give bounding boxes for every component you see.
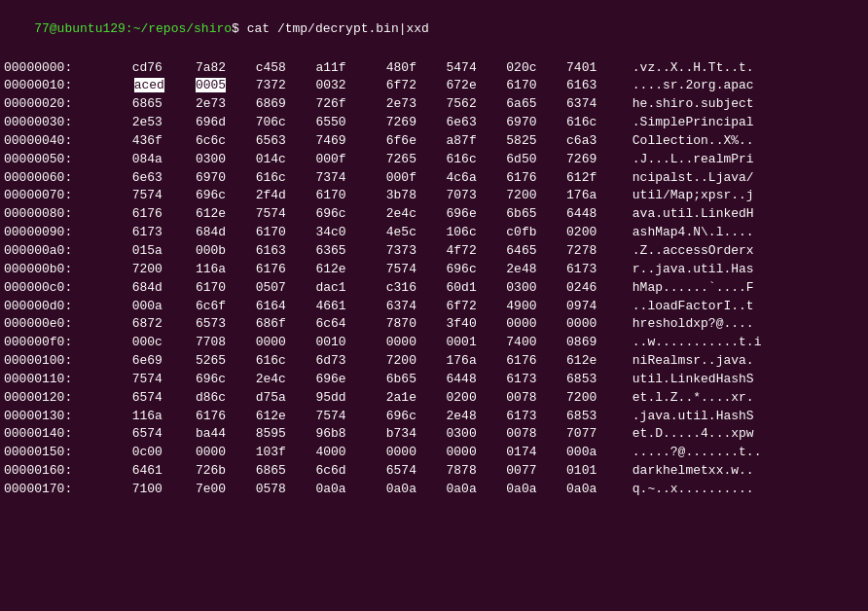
hex-cell: 696c [384, 408, 445, 426]
hex-cell: 7200 [384, 352, 445, 371]
table-row: 000000b0:7200116a6176612e7574696c2e48617… [0, 261, 868, 279]
hex-cell: 6550 [313, 114, 383, 132]
hex-cell: 6c6f [194, 298, 254, 316]
table-row: 000000c0:684d61700507dac1c31660d10300024… [0, 279, 868, 298]
ascii-cell: .SimplePrincipal [625, 114, 868, 132]
ascii-cell: util.LinkedHashS [625, 371, 868, 389]
table-row: 00000110:7574696c2e4c696e6b6564486173685… [0, 371, 868, 389]
hex-cell: 6176 [504, 352, 564, 371]
ascii-cell: ava.util.LinkedH [625, 205, 868, 224]
hex-cell: 7870 [384, 315, 445, 334]
hex-cell: 0000 [445, 444, 505, 462]
hex-cell: 612e [564, 352, 625, 371]
hex-cell: 6b65 [504, 205, 564, 224]
hex-cell: 684d [194, 224, 254, 242]
hex-cell: 0078 [504, 389, 564, 408]
hex-cell: 7374 [313, 169, 383, 188]
hex-cell: 672e [445, 77, 505, 95]
ascii-cell: ....sr.2org.apac [625, 77, 868, 95]
hex-cell: 6d50 [504, 151, 564, 169]
hex-cell: 0974 [564, 298, 625, 316]
ascii-cell: .....?@.......t.. [625, 444, 868, 462]
hex-cell: 000f [313, 151, 383, 169]
hex-cell: 0000 [504, 315, 564, 334]
table-row: 00000130:116a6176612e7574696c2e486173685… [0, 408, 868, 426]
prompt-user: 77@ubuntu129 [34, 21, 126, 36]
hex-cell: 0174 [504, 444, 564, 462]
hex-cell: 6173 [130, 224, 194, 242]
hex-cell: 6465 [504, 242, 564, 261]
prompt-command: cat /tmp/decrypt.bin|xxd [239, 21, 429, 36]
table-row: 00000140:6574ba44859596b8b73403000078707… [0, 425, 868, 444]
hex-cell: 6853 [564, 371, 625, 389]
hex-cell: 0246 [564, 279, 625, 298]
hex-cell: 4c6a [445, 169, 505, 188]
hex-cell: dac1 [313, 279, 383, 298]
ascii-cell: .vz..X..H.Tt..t. [625, 59, 868, 78]
hex-cell: 436f [130, 132, 194, 151]
ascii-cell: .J...L..realmPri [625, 151, 868, 169]
ascii-cell: .Z..accessOrderx [625, 242, 868, 261]
hex-cell: 7100 [130, 481, 194, 499]
hex-cell: 176a [445, 352, 505, 371]
hex-cell: 6f6e [384, 132, 445, 151]
hex-cell: 612f [564, 169, 625, 188]
addr-cell: 00000130: [0, 408, 130, 426]
hex-cell: 0032 [313, 77, 383, 95]
hex-cell: 0300 [504, 279, 564, 298]
hex-cell: 000c [130, 334, 194, 352]
addr-cell: 000000a0: [0, 242, 130, 261]
hex-cell: 616c [445, 151, 505, 169]
addr-cell: 000000b0: [0, 261, 130, 279]
hex-cell: 616c [564, 114, 625, 132]
hex-cell: 34c0 [313, 224, 383, 242]
hex-cell: cd76 [130, 59, 194, 78]
hex-cell: 3f40 [445, 315, 505, 334]
hex-cell: 6e69 [130, 352, 194, 371]
table-row: 00000040:436f6c6c656374696f6ea87f5825c6a… [0, 132, 868, 151]
hex-cell: 020c [504, 59, 564, 78]
hex-cell: 95dd [313, 389, 383, 408]
hex-cell: 7278 [564, 242, 625, 261]
hex-cell: 60d1 [445, 279, 505, 298]
ascii-cell: hresholdxp?@.... [625, 315, 868, 334]
hex-cell: 480f [384, 59, 445, 78]
hex-cell: 6865 [254, 462, 314, 481]
table-row: 00000170:71007e0005780a0a0a0a0a0a0a0a0a0… [0, 481, 868, 499]
hex-cell: 000b [194, 242, 254, 261]
hex-cell: 0300 [194, 151, 254, 169]
hex-cell: 684d [130, 279, 194, 298]
hex-cell: 6163 [254, 242, 314, 261]
hex-cell: 6a65 [504, 95, 564, 114]
hex-cell: 106c [445, 224, 505, 242]
hex-cell: 4000 [313, 444, 383, 462]
hex-cell: a11f [313, 59, 383, 78]
hex-cell: 0a0a [564, 481, 625, 499]
addr-cell: 00000100: [0, 352, 130, 371]
prompt-dollar: $ [232, 21, 239, 36]
hex-cell: 6176 [194, 408, 254, 426]
hex-cell: 7574 [384, 261, 445, 279]
hex-cell: 0578 [254, 481, 314, 499]
hex-cell: 0200 [445, 389, 505, 408]
hex-cell: 7708 [194, 334, 254, 352]
hex-cell: c6a3 [564, 132, 625, 151]
hex-cell: 3b78 [384, 187, 445, 205]
hex-cell: 7562 [445, 95, 505, 114]
hex-cell: 0000 [564, 315, 625, 334]
hex-cell: d75a [254, 389, 314, 408]
hex-cell: 0a0a [384, 481, 445, 499]
hex-cell: 6c64 [313, 315, 383, 334]
table-row: 000000a0:015a000b6163636573734f726465727… [0, 242, 868, 261]
hex-cell: 0005 [194, 77, 254, 95]
hex-cell: 696e [313, 371, 383, 389]
hex-cell: 2e73 [194, 95, 254, 114]
hex-cell: 0507 [254, 279, 314, 298]
hex-cell: 6865 [130, 95, 194, 114]
hex-cell: 103f [254, 444, 314, 462]
hex-cell: 084a [130, 151, 194, 169]
hex-cell: 6374 [564, 95, 625, 114]
addr-cell: 000000e0: [0, 315, 130, 334]
hex-cell: 6173 [504, 371, 564, 389]
addr-cell: 000000c0: [0, 279, 130, 298]
